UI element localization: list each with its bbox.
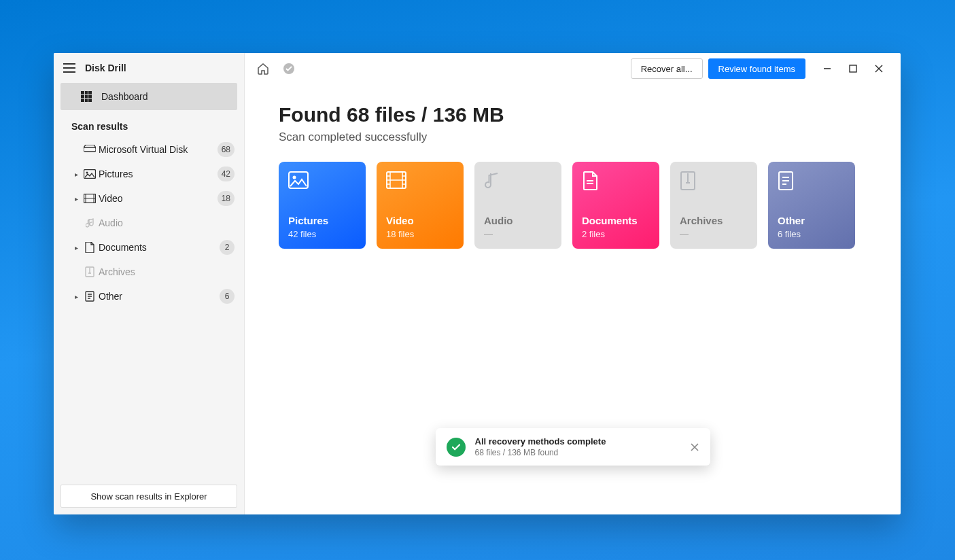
badge: 18 — [218, 191, 235, 206]
disk-icon — [81, 145, 99, 154]
hamburger-icon[interactable] — [63, 63, 75, 73]
card-documents[interactable]: Documents 2 files — [572, 162, 659, 249]
other-icon — [81, 291, 99, 302]
card-title: Archives — [680, 215, 748, 226]
audio-icon — [484, 171, 552, 215]
check-badge-icon[interactable] — [279, 58, 299, 79]
svg-rect-6 — [850, 65, 856, 72]
sidebar-item-dashboard[interactable]: Dashboard — [60, 83, 237, 110]
app-window: Disk Drill Dashboard Scan results Micros… — [54, 53, 901, 514]
toast-text: All recovery methods complete 68 files /… — [475, 436, 606, 457]
sidebar-item-label: Documents — [99, 242, 220, 253]
main-panel: Recover all... Review found items Found … — [245, 53, 901, 514]
sidebar-item-pictures[interactable]: ▸ Pictures 42 — [54, 162, 244, 186]
chevron-right-icon: ▸ — [71, 293, 81, 300]
card-title: Audio — [484, 215, 552, 226]
toolbar: Recover all... Review found items — [245, 53, 901, 84]
audio-icon — [81, 217, 99, 228]
sidebar-item-label: Audio — [99, 217, 235, 228]
toast-subtitle: 68 files / 136 MB found — [475, 448, 606, 457]
svg-point-8 — [293, 176, 296, 179]
sidebar-item-archives[interactable]: Archives — [54, 260, 244, 284]
dashboard-icon — [81, 91, 92, 102]
badge: 42 — [218, 167, 235, 181]
svg-point-1 — [86, 172, 88, 174]
card-other[interactable]: Other 6 files — [768, 162, 855, 249]
check-icon — [447, 438, 466, 457]
close-icon[interactable] — [875, 65, 883, 73]
content: Found 68 files / 136 MB Scan completed s… — [245, 84, 901, 249]
sidebar: Disk Drill Dashboard Scan results Micros… — [54, 53, 245, 514]
card-title: Pictures — [288, 215, 356, 226]
svg-rect-7 — [289, 172, 308, 188]
chevron-right-icon: ▸ — [71, 244, 81, 251]
archives-icon — [81, 266, 99, 277]
sidebar-item-documents[interactable]: ▸ Documents 2 — [54, 235, 244, 260]
sidebar-item-audio[interactable]: Audio — [54, 211, 244, 235]
card-video[interactable]: Video 18 files — [377, 162, 464, 249]
dashboard-label: Dashboard — [101, 91, 148, 102]
toast-close-icon[interactable] — [690, 442, 699, 452]
toast-completion: All recovery methods complete 68 files /… — [436, 428, 710, 466]
sidebar-item-label: Microsoft Virtual Disk — [99, 144, 218, 155]
card-sub: 6 files — [778, 229, 846, 239]
card-sub: — — [484, 229, 552, 239]
sidebar-item-label: Video — [99, 193, 218, 204]
maximize-icon[interactable] — [849, 65, 857, 73]
page-subtitle: Scan completed successfully — [279, 130, 867, 144]
show-in-explorer-button[interactable]: Show scan results in Explorer — [60, 485, 237, 508]
window-controls — [823, 65, 892, 73]
sidebar-item-disk[interactable]: Microsoft Virtual Disk 68 — [54, 137, 244, 162]
other-icon — [778, 171, 846, 215]
recover-all-button[interactable]: Recover all... — [631, 58, 703, 79]
section-header-scan-results: Scan results — [54, 110, 244, 137]
pictures-icon — [288, 171, 356, 215]
chevron-right-icon: ▸ — [71, 195, 81, 203]
card-audio[interactable]: Audio — — [474, 162, 561, 249]
card-title: Video — [386, 215, 454, 226]
card-sub: — — [680, 229, 748, 239]
video-icon — [386, 171, 454, 215]
card-sub: 18 files — [386, 229, 454, 239]
sidebar-item-label: Pictures — [99, 169, 218, 179]
page-title: Found 68 files / 136 MB — [279, 103, 867, 126]
category-cards: Pictures 42 files Video 18 files Audio — — [279, 162, 867, 249]
sidebar-item-label: Archives — [99, 266, 235, 277]
badge: 68 — [218, 142, 235, 157]
app-title: Disk Drill — [85, 63, 126, 73]
minimize-icon[interactable] — [823, 65, 831, 73]
sidebar-item-other[interactable]: ▸ Other 6 — [54, 284, 244, 309]
card-pictures[interactable]: Pictures 42 files — [279, 162, 366, 249]
pictures-icon — [81, 169, 99, 179]
sidebar-footer: Show scan results in Explorer — [54, 478, 244, 514]
card-archives[interactable]: Archives — — [670, 162, 757, 249]
card-title: Other — [778, 215, 846, 226]
card-sub: 42 files — [288, 229, 356, 239]
home-icon[interactable] — [253, 58, 273, 79]
archives-icon — [680, 171, 748, 215]
card-sub: 2 files — [582, 229, 650, 239]
sidebar-header: Disk Drill — [54, 53, 244, 83]
documents-icon — [582, 171, 650, 215]
review-found-items-button[interactable]: Review found items — [708, 58, 805, 79]
sidebar-item-label: Other — [99, 291, 220, 302]
sidebar-item-video[interactable]: ▸ Video 18 — [54, 186, 244, 211]
card-title: Documents — [582, 215, 650, 226]
documents-icon — [81, 242, 99, 253]
video-icon — [81, 194, 99, 203]
chevron-right-icon: ▸ — [71, 171, 81, 178]
toast-title: All recovery methods complete — [475, 436, 606, 447]
badge: 6 — [220, 289, 235, 304]
badge: 2 — [220, 240, 235, 255]
